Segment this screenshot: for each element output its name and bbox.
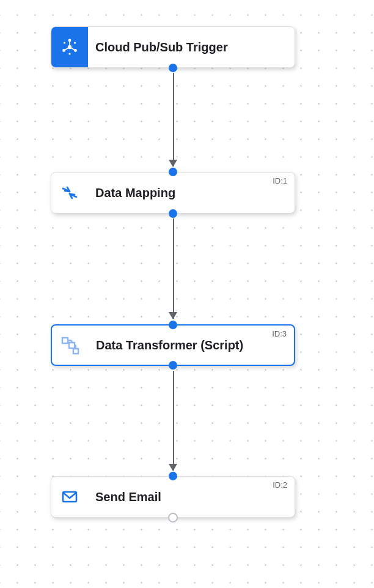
- pubsub-icon: [51, 27, 88, 67]
- input-port[interactable]: [169, 321, 177, 329]
- node-id-badge: ID:3: [272, 329, 287, 338]
- flow-canvas[interactable]: Cloud Pub/Sub Trigger Data Mapping ID:1: [0, 0, 374, 588]
- input-port[interactable]: [169, 168, 177, 176]
- svg-point-5: [74, 42, 76, 43]
- edge-trigger-to-mapping: [173, 73, 174, 166]
- output-port[interactable]: [168, 513, 178, 523]
- output-port[interactable]: [169, 361, 177, 370]
- svg-rect-12: [62, 338, 68, 343]
- svg-rect-14: [73, 349, 78, 354]
- arrowhead-icon: [169, 464, 177, 471]
- node-id-badge: ID:1: [273, 176, 287, 185]
- input-port[interactable]: [169, 472, 177, 480]
- data-transformer-icon: [52, 326, 89, 365]
- node-label: Send Email: [95, 490, 161, 504]
- node-data-mapping[interactable]: Data Mapping ID:1: [51, 172, 295, 214]
- send-email-icon: [51, 477, 88, 517]
- svg-rect-13: [69, 343, 75, 348]
- data-mapping-icon: [51, 173, 88, 213]
- node-label: Cloud Pub/Sub Trigger: [95, 40, 228, 54]
- output-port[interactable]: [169, 209, 177, 218]
- node-pubsub-trigger[interactable]: Cloud Pub/Sub Trigger: [51, 26, 295, 68]
- node-data-transformer[interactable]: Data Transformer (Script) ID:3: [51, 324, 295, 366]
- edge-mapping-to-transformer: [173, 218, 174, 319]
- output-port[interactable]: [169, 64, 177, 72]
- svg-point-6: [68, 53, 70, 54]
- node-label: Data Transformer (Script): [96, 338, 243, 352]
- arrowhead-icon: [169, 312, 177, 319]
- edge-transformer-to-sendemail: [173, 371, 174, 471]
- node-send-email[interactable]: Send Email ID:2: [51, 476, 295, 518]
- arrowhead-icon: [169, 160, 177, 167]
- svg-point-4: [64, 42, 65, 43]
- node-id-badge: ID:2: [273, 480, 287, 489]
- node-label: Data Mapping: [95, 186, 175, 200]
